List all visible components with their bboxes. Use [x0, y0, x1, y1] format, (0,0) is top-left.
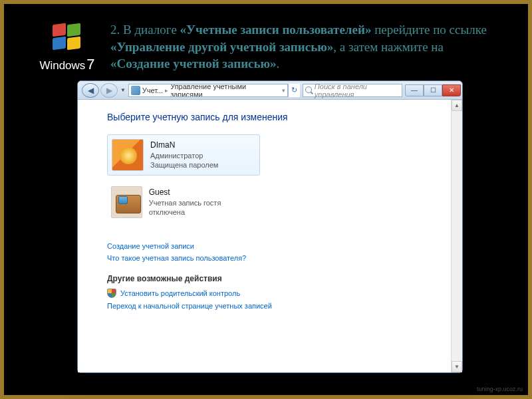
window-client-area: Выберите учетную запись для изменения DI… [78, 100, 462, 372]
logo-text: Windows [39, 59, 85, 72]
titlebar: ◀ ▶ ▼ Учет... ▸ Управление учетными запи… [78, 81, 462, 100]
vertical-scrollbar[interactable]: ▲ ▼ [451, 100, 462, 372]
close-button[interactable]: ✕ [442, 84, 461, 96]
account-name: DImaN [150, 140, 218, 151]
minimize-button[interactable]: — [405, 84, 424, 96]
scroll-down-button[interactable]: ▼ [452, 361, 462, 372]
scroll-up-button[interactable]: ▲ [452, 100, 462, 111]
page-heading: Выберите учетную запись для изменения [107, 112, 435, 122]
windows-logo: Windows7 [31, 23, 104, 73]
forward-button[interactable]: ▶ [100, 83, 118, 98]
shield-icon [107, 289, 116, 298]
refresh-button[interactable]: ↻ [288, 84, 300, 97]
account-status: Защищена паролем [150, 160, 218, 170]
avatar [112, 139, 144, 171]
logo-version: 7 [86, 56, 94, 72]
nav-history-dropdown[interactable]: ▼ [119, 83, 127, 98]
link-label: Установить родительский контроль [120, 289, 240, 297]
create-account-link[interactable]: Создание учетной записи [107, 242, 435, 250]
scroll-track[interactable] [452, 111, 462, 361]
parental-control-link[interactable]: Установить родительский контроль [107, 289, 435, 298]
account-status: Учетная запись гостя отключена [149, 198, 256, 217]
other-actions-heading: Другие возможные действия [107, 274, 435, 283]
maximize-button[interactable]: ☐ [424, 84, 442, 96]
breadcrumb-segment[interactable]: Управление учетными записями [170, 84, 278, 97]
window-controls: — ☐ ✕ [405, 84, 461, 96]
windows-flag-icon [51, 23, 83, 52]
what-is-account-link[interactable]: Что такое учетная запись пользователя? [107, 254, 435, 262]
chevron-right-icon: ▸ [165, 87, 168, 94]
slide-frame: Windows7 2. В диалоге «Учетные записи по… [0, 0, 532, 399]
account-item[interactable]: DImaN Администратор Защищена паролем [107, 134, 260, 176]
account-role: Администратор [150, 151, 218, 160]
search-input[interactable]: Поиск в панели управления [303, 84, 402, 97]
watermark: tuning-xp.ucoz.ru [477, 386, 523, 392]
search-icon [305, 86, 313, 94]
avatar [111, 186, 142, 218]
search-placeholder: Поиск в панели управления [315, 82, 400, 98]
breadcrumb-segment[interactable]: Учет... [142, 86, 163, 94]
instruction-text: 2. В диалоге «Учетные записи пользовател… [110, 21, 501, 72]
accounts-home-link[interactable]: Переход к начальной странице учетных зап… [107, 302, 435, 310]
back-button[interactable]: ◀ [82, 83, 99, 98]
account-name: Guest [149, 188, 256, 198]
address-bar[interactable]: Учет... ▸ Управление учетными записями ▾ [128, 84, 288, 97]
account-item[interactable]: Guest Учетная запись гостя отключена [107, 182, 260, 222]
user-accounts-window: ◀ ▶ ▼ Учет... ▸ Управление учетными запи… [77, 80, 463, 373]
chevron-down-icon[interactable]: ▾ [282, 87, 285, 94]
control-panel-icon [131, 86, 140, 95]
